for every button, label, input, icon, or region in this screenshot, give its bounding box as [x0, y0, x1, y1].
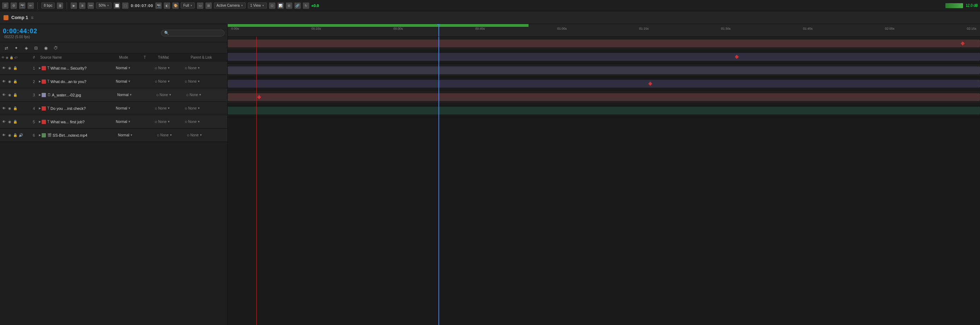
alpha-icon[interactable]: ◐ [164, 2, 170, 9]
current-time[interactable]: 0:00:44:02 [3, 27, 37, 35]
layer-trkmat-1[interactable]: ⊙ None ▼ [154, 66, 185, 70]
settings-icon[interactable]: ⚙ [11, 2, 17, 9]
monitor-icon[interactable]: 🖥 [79, 2, 86, 9]
layer-parent-1[interactable]: ⊙ None ▼ [185, 66, 228, 70]
eye-icon-3[interactable]: 👁 [2, 93, 6, 97]
lock-icon-1[interactable]: 🔒 [13, 66, 18, 70]
mode-label-2: Normal [116, 80, 127, 83]
layer-mode-1[interactable]: Normal ▼ [116, 66, 148, 70]
region-icon[interactable]: ⬚ [122, 2, 129, 9]
expand-icon-3[interactable]: ▶ [39, 93, 41, 96]
track-row-1[interactable] [228, 37, 980, 50]
layer-trkmat-3[interactable]: ⊙ None ▼ [156, 93, 186, 97]
lock-icon-5[interactable]: 🔒 [13, 120, 18, 124]
layer-type-icon-4: T [47, 106, 49, 110]
layer-trkmat-2[interactable]: ⊙ None ▼ [154, 80, 185, 83]
time-ruler[interactable]: 0:00s 00:15s 00:30s 00:45s 01:00s 01:15s… [228, 24, 980, 37]
track-row-4[interactable] [228, 77, 980, 91]
search-box[interactable]: 🔍 [161, 30, 224, 37]
eye-icon-6[interactable]: 👁 [2, 133, 6, 137]
layer-row-3[interactable]: 👁 ◉ 🔒 3 ▶ 🗒 A_water...-02.jpg Normal ▼ ⊙… [0, 88, 228, 102]
solo-icon-3[interactable]: ◉ [7, 93, 12, 97]
expand-icon-2[interactable]: ▶ [39, 80, 41, 83]
comp-menu-icon[interactable]: ≡ [31, 15, 33, 20]
expand-icon-4[interactable]: ▶ [39, 107, 41, 110]
layer-mode-6[interactable]: Normal ▼ [118, 133, 150, 137]
timer-icon[interactable]: ⏱ [52, 45, 59, 52]
trkmat-label-6: None [160, 133, 169, 137]
solo-icon-5[interactable]: ◉ [7, 120, 12, 124]
layer-icons-2: 👁 ◉ 🔒 [0, 80, 29, 83]
layer-mode-5[interactable]: Normal ▼ [116, 120, 148, 124]
menu-icon[interactable]: ☰ [2, 2, 8, 9]
solo-icon-1[interactable]: ◉ [7, 66, 12, 70]
grid-icon[interactable]: ⊞ [286, 2, 292, 9]
ruler-progress [228, 24, 528, 27]
track-row-6[interactable] [228, 104, 980, 117]
pen-icon[interactable]: ✏ [27, 2, 34, 9]
layer-mode-4[interactable]: Normal ▼ [116, 106, 148, 110]
eye-icon-4[interactable]: 👁 [2, 106, 6, 110]
layout-icon[interactable]: ⊡ [269, 2, 275, 9]
eye-icon-5[interactable]: 👁 [2, 120, 6, 124]
zoom-button[interactable]: 50% ▼ [96, 2, 111, 8]
solo-icon-4[interactable]: ◉ [7, 106, 12, 110]
layer-mode-2[interactable]: Normal ▼ [116, 80, 148, 83]
expand-icon-6[interactable]: ▶ [39, 134, 41, 137]
chart-icon[interactable]: 📊 [277, 2, 284, 9]
audio-icon-5[interactable]: 🔊 [18, 133, 23, 137]
lock-icon-2[interactable]: 🔒 [13, 80, 18, 83]
view-button[interactable]: 1 View ▼ [248, 2, 267, 8]
layer-row-6[interactable]: 👁 ◉ 🔒 🔊 6 ▶ 🎬 SS-Birt...notext.mp4 Norma… [0, 129, 228, 142]
layer-trkmat-5[interactable]: ⊙ None ▼ [154, 120, 185, 124]
mask-icon[interactable]: ▭ [197, 2, 204, 9]
puppet-icon[interactable]: ✦ [13, 45, 20, 52]
camera-icon[interactable]: 📷 [19, 2, 25, 9]
layer-trkmat-4[interactable]: ⊙ None ▼ [154, 106, 185, 110]
layer-parent-4[interactable]: ⊙ None ▼ [185, 106, 228, 110]
lock-icon-4[interactable]: 🔒 [13, 106, 18, 110]
layer-icons-4: 👁 ◉ 🔒 [0, 106, 29, 110]
circle-icon[interactable]: ◉ [42, 45, 49, 52]
lock-icon-6[interactable]: 🔒 [13, 133, 18, 137]
link-icon[interactable]: 🔗 [294, 2, 301, 9]
camera-button[interactable]: Active Camera ▼ [214, 2, 246, 8]
layer-parent-6[interactable]: ⊙ None ▼ [187, 133, 228, 137]
track-bar-2 [228, 53, 980, 61]
layer-trkmat-6[interactable]: ⊙ None ▼ [157, 133, 187, 137]
eye-icon-2[interactable]: 👁 [2, 80, 6, 83]
solo-icon-2[interactable]: ◉ [7, 80, 12, 83]
layer-row-2[interactable]: 👁 ◉ 🔒 2 ▶ T What do...an to you? Normal … [0, 75, 228, 88]
path-icon[interactable]: ⊟ [32, 45, 40, 52]
layer-parent-2[interactable]: ⊙ None ▼ [185, 80, 228, 83]
refresh-icon[interactable]: ↻ [303, 2, 309, 9]
layer-row-5[interactable]: 👁 ◉ 🔒 5 ▶ T What wa... first job? Normal… [0, 115, 228, 129]
expand-icon-1[interactable]: ▶ [39, 67, 41, 70]
shapes-icon[interactable]: ◈ [22, 45, 30, 52]
layer-parent-3[interactable]: ⊙ None ▼ [186, 93, 228, 97]
eye-icon-1[interactable]: 👁 [2, 66, 6, 70]
transfer-icon[interactable]: ⇄ [3, 45, 10, 52]
fit-icon[interactable]: ⬜ [114, 2, 120, 9]
layer-row-1[interactable]: 👁 ◉ 🔒 1 ▶ T What me... Security? Normal … [0, 62, 228, 75]
vr-icon[interactable]: 👓 [88, 2, 94, 9]
layer-icon[interactable]: ⊞ [205, 2, 212, 9]
track-row-2[interactable] [228, 50, 980, 64]
bpc-button[interactable]: 8 bpc [41, 2, 55, 8]
timeline-controls: 0:00:44:02 00222 (5.00 fps) 🔍 [0, 24, 228, 42]
current-time-display: 0:00:44:02 00222 (5.00 fps) [3, 27, 37, 39]
snapshot-icon[interactable]: 📷 [155, 2, 162, 9]
lock-icon-3[interactable]: 🔒 [13, 93, 18, 97]
trkmat-arrow-1: ▼ [167, 67, 170, 70]
quality-button[interactable]: Full ▼ [181, 2, 195, 8]
track-row-5[interactable] [228, 91, 980, 104]
color-icon[interactable]: 🎨 [172, 2, 179, 9]
layer-parent-5[interactable]: ⊙ None ▼ [185, 120, 228, 124]
layer-mode-3[interactable]: Normal ▼ [117, 93, 149, 97]
solo-icon-6[interactable]: ◉ [7, 133, 12, 137]
trash-icon[interactable]: 🗑 [57, 2, 63, 9]
expand-icon-5[interactable]: ▶ [39, 120, 41, 123]
render-icon[interactable]: ▶ [71, 2, 77, 9]
track-row-3[interactable] [228, 64, 980, 77]
layer-row-4[interactable]: 👁 ◉ 🔒 4 ▶ T Do you ...irst check? Normal… [0, 102, 228, 115]
